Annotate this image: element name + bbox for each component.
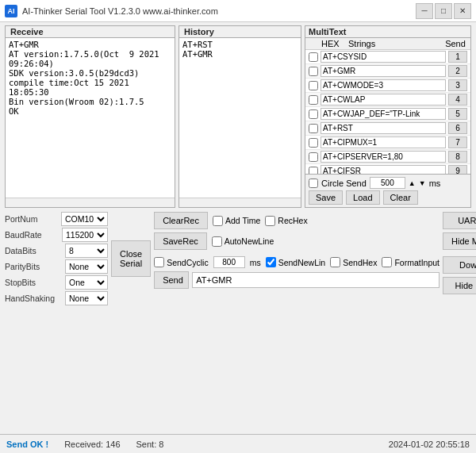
- middle-controls: ClearRec Add Time RecHex SaveRec AutoNew…: [154, 212, 440, 289]
- circle-send-up[interactable]: ▲: [409, 179, 416, 187]
- mt-send-btn-2[interactable]: 2: [448, 65, 467, 77]
- add-time-checkbox[interactable]: [213, 216, 223, 226]
- format-input-checkbox[interactable]: [382, 257, 392, 267]
- history-label: History: [179, 26, 301, 38]
- send-hex-label[interactable]: SendHex: [330, 257, 377, 267]
- minimize-button[interactable]: ─: [416, 3, 433, 19]
- circle-send-label: Circle Send: [321, 179, 367, 188]
- mt-send-btn-9[interactable]: 9: [448, 165, 467, 174]
- mt-row: 7: [305, 136, 470, 150]
- circle-send-down[interactable]: ▼: [419, 179, 426, 187]
- mt-string-input-9[interactable]: [321, 165, 446, 174]
- add-time-label[interactable]: Add Time: [213, 216, 260, 226]
- send-hex-checkbox[interactable]: [330, 257, 340, 267]
- circle-send-value[interactable]: [370, 177, 405, 189]
- send-button[interactable]: Send: [154, 271, 189, 289]
- baud-rate-select[interactable]: 115200: [62, 228, 108, 242]
- receive-content: [6, 38, 175, 198]
- save-rec-button[interactable]: SaveRec: [154, 232, 207, 250]
- mt-string-input-8[interactable]: [321, 151, 446, 163]
- mt-send-btn-6[interactable]: 6: [448, 122, 467, 134]
- mt-string-input-3[interactable]: [321, 79, 446, 91]
- col-strings: Strings: [348, 39, 440, 48]
- mt-checkbox-4[interactable]: [309, 95, 318, 105]
- mt-send-btn-3[interactable]: 3: [448, 79, 467, 91]
- circle-send-checkbox[interactable]: [309, 179, 318, 188]
- mt-row: 8: [305, 150, 470, 164]
- mt-checkbox-7[interactable]: [309, 138, 318, 148]
- send-cyclic-label[interactable]: SendCyclic: [154, 257, 209, 267]
- multitext-label: MultiText: [309, 27, 346, 36]
- mt-checkbox-8[interactable]: [309, 152, 318, 162]
- circle-send-row: Circle Send ▲ ▼ ms: [309, 177, 467, 189]
- multitext-footer: Circle Send ▲ ▼ ms Save Load Clear: [305, 174, 470, 207]
- handshaking-row: HandShaking None: [5, 291, 108, 305]
- receive-scrollbar[interactable]: [6, 198, 175, 207]
- load-button[interactable]: Load: [346, 190, 379, 205]
- auto-newline-label[interactable]: AutoNewLine: [212, 236, 274, 247]
- data-bits-select[interactable]: 8: [65, 244, 108, 258]
- receive-textarea[interactable]: [6, 38, 175, 198]
- receive-label: Receive: [6, 26, 175, 38]
- handshaking-label: HandShaking: [5, 294, 62, 303]
- mid-row-3: SendCyclic ms SendNewLin SendHex FormatI…: [154, 256, 440, 268]
- mt-string-input-4[interactable]: [321, 94, 446, 106]
- multitext-columns: HEX Strings Send: [305, 38, 470, 50]
- mt-send-btn-4[interactable]: 4: [448, 94, 467, 106]
- save-button[interactable]: Save: [309, 190, 343, 205]
- history-panel: History: [178, 25, 301, 208]
- close-button[interactable]: ✕: [454, 3, 471, 19]
- mt-checkbox-5[interactable]: [309, 109, 318, 119]
- mt-send-btn-8[interactable]: 8: [448, 151, 467, 163]
- mt-row: 1: [305, 50, 470, 64]
- mt-row: 3: [305, 79, 470, 93]
- send-newline-checkbox[interactable]: [266, 257, 276, 267]
- parity-bits-select[interactable]: None: [65, 259, 108, 274]
- mt-row: 2: [305, 64, 470, 79]
- send-cyclic-checkbox[interactable]: [154, 257, 164, 267]
- port-num-select[interactable]: COM10: [61, 212, 108, 226]
- send-input[interactable]: [192, 272, 440, 288]
- mt-send-btn-7[interactable]: 7: [448, 136, 467, 148]
- mt-checkbox-3[interactable]: [309, 81, 318, 90]
- history-textarea[interactable]: [179, 38, 301, 198]
- history-scrollbar[interactable]: [179, 198, 301, 207]
- rec-hex-checkbox[interactable]: [265, 216, 275, 226]
- history-content: [179, 38, 301, 198]
- close-serial-button[interactable]: Close Serial: [111, 240, 151, 277]
- clear-button[interactable]: Clear: [383, 190, 418, 205]
- hide-history-button[interactable]: Hide History: [443, 277, 476, 294]
- send-ok-status: Send OK !: [6, 440, 48, 449]
- stop-bits-select[interactable]: One: [65, 275, 108, 290]
- mt-string-input-5[interactable]: [321, 108, 446, 120]
- send-cyclic-value[interactable]: [213, 256, 245, 268]
- title-bar-text: AI-Thinker Serial Tool V1.2.3.0 www.ai-t…: [22, 6, 416, 16]
- rec-hex-label[interactable]: RecHex: [265, 216, 307, 226]
- download-button[interactable]: Download: [443, 256, 476, 274]
- mt-send-btn-5[interactable]: 5: [448, 108, 467, 120]
- stop-bits-row: StopBits One: [5, 275, 108, 290]
- mt-checkbox-2[interactable]: [309, 67, 318, 76]
- mt-string-input-6[interactable]: [321, 122, 446, 134]
- mt-string-input-7[interactable]: [321, 136, 446, 148]
- mt-send-btn-1[interactable]: 1: [448, 51, 467, 63]
- hide-multitext-button[interactable]: Hide MultiText: [443, 232, 476, 250]
- app-icon: AI: [5, 5, 17, 17]
- send-newline-label[interactable]: SendNewLin: [266, 257, 326, 267]
- mt-checkbox-1[interactable]: [309, 52, 318, 62]
- send-cyclic-unit: ms: [250, 258, 261, 267]
- mt-checkbox-6[interactable]: [309, 124, 318, 133]
- mt-checkbox-9[interactable]: [309, 167, 318, 175]
- data-bits-row: DataBits 8: [5, 244, 108, 258]
- mt-string-input-2[interactable]: [321, 65, 446, 77]
- maximize-button[interactable]: □: [435, 3, 452, 19]
- clear-rec-button[interactable]: ClearRec: [154, 212, 208, 229]
- mt-row: 5: [305, 107, 470, 121]
- format-input-label[interactable]: FormatInput: [382, 257, 440, 267]
- mt-row: 6: [305, 121, 470, 136]
- mt-string-input-1[interactable]: [321, 51, 446, 63]
- auto-newline-checkbox[interactable]: [212, 236, 222, 247]
- col-send: Send: [443, 39, 467, 48]
- handshaking-select[interactable]: None: [65, 291, 108, 305]
- uart-run-button[interactable]: UART Run: [443, 212, 476, 229]
